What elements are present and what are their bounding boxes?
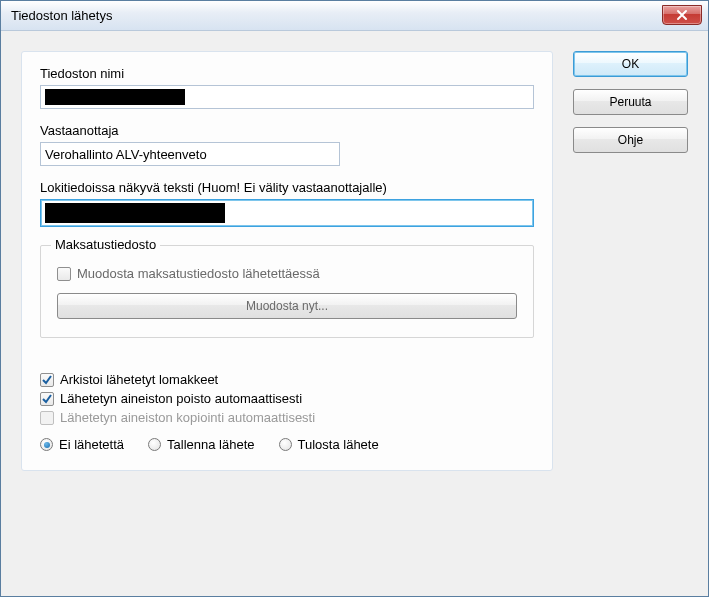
cancel-button[interactable]: Peruuta (573, 89, 688, 115)
payment-file-group: Maksatustiedosto Muodosta maksatustiedos… (40, 245, 534, 338)
window-title: Tiedoston lähetys (11, 8, 112, 23)
create-on-send-checkbox[interactable] (57, 267, 71, 281)
ok-button[interactable]: OK (573, 51, 688, 77)
create-on-send-label: Muodosta maksatustiedosto lähetettäessä (77, 266, 320, 281)
radio-save-coverletter[interactable]: Tallenna lähete (148, 437, 254, 452)
logtext-value-redacted (45, 203, 225, 223)
radio-print-coverletter-label: Tulosta lähete (298, 437, 379, 452)
recipient-field: Vastaanottaja Verohallinto ALV-yhteenvet… (40, 123, 534, 166)
radio-print-coverletter-button[interactable] (279, 438, 292, 451)
autocopy-checkbox-row: Lähetetyn aineiston kopiointi automaatti… (40, 410, 534, 425)
radio-no-coverletter[interactable]: Ei lähetettä (40, 437, 124, 452)
recipient-input[interactable]: Verohallinto ALV-yhteenveto (40, 142, 340, 166)
recipient-value: Verohallinto ALV-yhteenveto (45, 147, 207, 162)
recipient-label: Vastaanottaja (40, 123, 534, 138)
close-button[interactable] (662, 5, 702, 25)
spacer (40, 338, 534, 368)
help-button[interactable]: Ohje (573, 127, 688, 153)
autodelete-checkbox[interactable] (40, 392, 54, 406)
cover-letter-radio-group: Ei lähetettä Tallenna lähete Tulosta läh… (40, 437, 534, 452)
logtext-input[interactable] (40, 199, 534, 227)
archive-checkbox[interactable] (40, 373, 54, 387)
form-panel: Tiedoston nimi Vastaanottaja Verohallint… (21, 51, 553, 471)
archive-label: Arkistoi lähetetyt lomakkeet (60, 372, 218, 387)
main-column: Tiedoston nimi Vastaanottaja Verohallint… (21, 51, 553, 576)
autodelete-checkbox-row[interactable]: Lähetetyn aineiston poisto automaattises… (40, 391, 534, 406)
help-label: Ohje (618, 133, 643, 147)
radio-no-coverletter-button[interactable] (40, 438, 53, 451)
filename-value-redacted (45, 89, 185, 105)
radio-print-coverletter[interactable]: Tulosta lähete (279, 437, 379, 452)
filename-input[interactable] (40, 85, 534, 109)
create-now-label: Muodosta nyt... (246, 299, 328, 313)
create-on-send-checkbox-row[interactable]: Muodosta maksatustiedosto lähetettäessä (57, 266, 517, 281)
create-now-button[interactable]: Muodosta nyt... (57, 293, 517, 319)
payment-file-legend: Maksatustiedosto (51, 237, 160, 252)
logtext-field: Lokitiedoissa näkyvä teksti (Huom! Ei vä… (40, 180, 534, 227)
dialog-window: Tiedoston lähetys Tiedoston nimi Vastaan… (0, 0, 709, 597)
autocopy-label: Lähetetyn aineiston kopiointi automaatti… (60, 410, 315, 425)
filename-field: Tiedoston nimi (40, 66, 534, 109)
ok-label: OK (622, 57, 639, 71)
check-icon (42, 375, 52, 385)
check-icon (42, 394, 52, 404)
cancel-label: Peruuta (609, 95, 651, 109)
autodelete-label: Lähetetyn aineiston poisto automaattises… (60, 391, 302, 406)
radio-no-coverletter-label: Ei lähetettä (59, 437, 124, 452)
titlebar: Tiedoston lähetys (1, 1, 708, 31)
filename-label: Tiedoston nimi (40, 66, 534, 81)
side-column: OK Peruuta Ohje (573, 51, 688, 576)
archive-checkbox-row[interactable]: Arkistoi lähetetyt lomakkeet (40, 372, 534, 387)
client-area: Tiedoston nimi Vastaanottaja Verohallint… (1, 31, 708, 596)
logtext-label: Lokitiedoissa näkyvä teksti (Huom! Ei vä… (40, 180, 534, 195)
radio-save-coverletter-label: Tallenna lähete (167, 437, 254, 452)
autocopy-checkbox (40, 411, 54, 425)
radio-save-coverletter-button[interactable] (148, 438, 161, 451)
close-icon (676, 9, 688, 21)
